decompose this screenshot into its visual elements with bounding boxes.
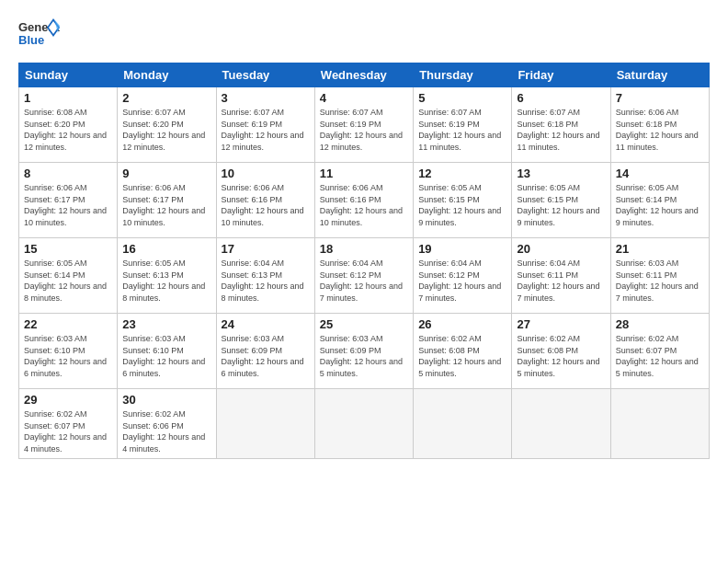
day-info: Sunrise: 6:03 AMSunset: 6:10 PMDaylight:…	[122, 334, 205, 378]
day-number: 5	[418, 91, 506, 105]
day-number: 14	[616, 167, 704, 180]
page: General Blue Sunday Monday Tuesday Wedne…	[0, 0, 728, 468]
day-number: 4	[320, 91, 408, 105]
day-info: Sunrise: 6:02 AMSunset: 6:07 PMDaylight:…	[24, 409, 107, 454]
day-number: 12	[418, 167, 506, 180]
day-info: Sunrise: 6:02 AMSunset: 6:06 PMDaylight:…	[122, 409, 205, 454]
day-number: 11	[320, 167, 408, 180]
day-info: Sunrise: 6:06 AMSunset: 6:17 PMDaylight:…	[24, 183, 107, 227]
day-number: 8	[24, 167, 112, 180]
table-row	[216, 389, 314, 459]
day-number: 10	[222, 167, 310, 180]
table-row: 29 Sunrise: 6:02 AMSunset: 6:07 PMDaylig…	[19, 389, 118, 459]
day-number: 18	[320, 242, 408, 256]
table-row: 27 Sunrise: 6:02 AMSunset: 6:08 PMDaylig…	[512, 314, 610, 389]
table-row: 11 Sunrise: 6:06 AMSunset: 6:16 PMDaylig…	[314, 163, 413, 238]
day-number: 1	[24, 91, 112, 105]
day-number: 29	[24, 393, 112, 407]
calendar-week-row: 29 Sunrise: 6:02 AMSunset: 6:07 PMDaylig…	[19, 389, 710, 459]
day-number: 7	[616, 91, 704, 105]
calendar-week-row: 8 Sunrise: 6:06 AMSunset: 6:17 PMDayligh…	[19, 163, 710, 238]
calendar-week-row: 15 Sunrise: 6:05 AMSunset: 6:14 PMDaylig…	[19, 238, 710, 314]
day-number: 30	[122, 393, 210, 407]
day-info: Sunrise: 6:07 AMSunset: 6:18 PMDaylight:…	[517, 108, 599, 152]
col-saturday: Saturday	[610, 63, 709, 87]
table-row	[610, 389, 709, 459]
day-number: 3	[222, 91, 310, 105]
day-number: 28	[616, 317, 704, 331]
table-row	[512, 389, 610, 459]
col-wednesday: Wednesday	[314, 63, 413, 87]
table-row: 12 Sunrise: 6:05 AMSunset: 6:15 PMDaylig…	[414, 163, 512, 238]
day-number: 20	[517, 242, 605, 256]
day-info: Sunrise: 6:04 AMSunset: 6:12 PMDaylight:…	[418, 259, 501, 303]
day-number: 6	[517, 91, 605, 105]
table-row: 9 Sunrise: 6:06 AMSunset: 6:17 PMDayligh…	[118, 163, 216, 238]
day-info: Sunrise: 6:05 AMSunset: 6:14 PMDaylight:…	[616, 183, 699, 227]
day-number: 2	[122, 91, 210, 105]
day-info: Sunrise: 6:04 AMSunset: 6:13 PMDaylight:…	[222, 259, 304, 303]
day-info: Sunrise: 6:02 AMSunset: 6:08 PMDaylight:…	[517, 334, 599, 378]
table-row: 3 Sunrise: 6:07 AMSunset: 6:19 PMDayligh…	[216, 87, 314, 163]
table-row: 5 Sunrise: 6:07 AMSunset: 6:19 PMDayligh…	[414, 87, 512, 163]
calendar-week-row: 1 Sunrise: 6:08 AMSunset: 6:20 PMDayligh…	[19, 87, 710, 163]
calendar-header-row: Sunday Monday Tuesday Wednesday Thursday…	[19, 63, 710, 87]
table-row: 14 Sunrise: 6:05 AMSunset: 6:14 PMDaylig…	[610, 163, 709, 238]
table-row: 28 Sunrise: 6:02 AMSunset: 6:07 PMDaylig…	[610, 314, 709, 389]
table-row	[414, 389, 512, 459]
day-number: 23	[122, 317, 210, 331]
day-number: 25	[320, 317, 408, 331]
table-row: 2 Sunrise: 6:07 AMSunset: 6:20 PMDayligh…	[118, 87, 216, 163]
day-info: Sunrise: 6:07 AMSunset: 6:20 PMDaylight:…	[122, 108, 205, 152]
day-info: Sunrise: 6:06 AMSunset: 6:18 PMDaylight:…	[616, 108, 699, 152]
day-info: Sunrise: 6:05 AMSunset: 6:15 PMDaylight:…	[418, 183, 501, 227]
table-row: 18 Sunrise: 6:04 AMSunset: 6:12 PMDaylig…	[314, 238, 413, 314]
table-row: 15 Sunrise: 6:05 AMSunset: 6:14 PMDaylig…	[19, 238, 118, 314]
day-number: 22	[24, 317, 112, 331]
table-row: 25 Sunrise: 6:03 AMSunset: 6:09 PMDaylig…	[314, 314, 413, 389]
table-row: 23 Sunrise: 6:03 AMSunset: 6:10 PMDaylig…	[118, 314, 216, 389]
day-info: Sunrise: 6:07 AMSunset: 6:19 PMDaylight:…	[418, 108, 501, 152]
day-number: 17	[222, 242, 310, 256]
table-row: 10 Sunrise: 6:06 AMSunset: 6:16 PMDaylig…	[216, 163, 314, 238]
logo: General Blue	[18, 17, 60, 52]
day-number: 9	[122, 167, 210, 180]
day-number: 13	[517, 167, 605, 180]
svg-text:Blue: Blue	[18, 33, 44, 47]
col-friday: Friday	[512, 63, 610, 87]
table-row	[314, 389, 413, 459]
day-info: Sunrise: 6:05 AMSunset: 6:14 PMDaylight:…	[24, 259, 107, 303]
day-number: 24	[222, 317, 310, 331]
day-info: Sunrise: 6:06 AMSunset: 6:16 PMDaylight:…	[222, 183, 304, 227]
day-info: Sunrise: 6:03 AMSunset: 6:09 PMDaylight:…	[222, 334, 304, 378]
day-info: Sunrise: 6:03 AMSunset: 6:10 PMDaylight:…	[24, 334, 107, 378]
day-number: 15	[24, 242, 112, 256]
table-row: 4 Sunrise: 6:07 AMSunset: 6:19 PMDayligh…	[314, 87, 413, 163]
day-info: Sunrise: 6:07 AMSunset: 6:19 PMDaylight:…	[320, 108, 403, 152]
day-info: Sunrise: 6:04 AMSunset: 6:12 PMDaylight:…	[320, 259, 403, 303]
day-number: 21	[616, 242, 704, 256]
table-row: 1 Sunrise: 6:08 AMSunset: 6:20 PMDayligh…	[19, 87, 118, 163]
day-info: Sunrise: 6:04 AMSunset: 6:11 PMDaylight:…	[517, 259, 599, 303]
day-number: 19	[418, 242, 506, 256]
day-info: Sunrise: 6:06 AMSunset: 6:17 PMDaylight:…	[122, 183, 205, 227]
day-number: 26	[418, 317, 506, 331]
table-row: 22 Sunrise: 6:03 AMSunset: 6:10 PMDaylig…	[19, 314, 118, 389]
day-info: Sunrise: 6:02 AMSunset: 6:08 PMDaylight:…	[418, 334, 501, 378]
day-info: Sunrise: 6:08 AMSunset: 6:20 PMDaylight:…	[24, 108, 107, 152]
col-thursday: Thursday	[414, 63, 512, 87]
table-row: 30 Sunrise: 6:02 AMSunset: 6:06 PMDaylig…	[118, 389, 216, 459]
day-number: 27	[517, 317, 605, 331]
table-row: 13 Sunrise: 6:05 AMSunset: 6:15 PMDaylig…	[512, 163, 610, 238]
table-row: 20 Sunrise: 6:04 AMSunset: 6:11 PMDaylig…	[512, 238, 610, 314]
calendar: Sunday Monday Tuesday Wednesday Thursday…	[18, 63, 710, 459]
day-info: Sunrise: 6:07 AMSunset: 6:19 PMDaylight:…	[222, 108, 304, 152]
table-row: 7 Sunrise: 6:06 AMSunset: 6:18 PMDayligh…	[610, 87, 709, 163]
day-info: Sunrise: 6:06 AMSunset: 6:16 PMDaylight:…	[320, 183, 403, 227]
logo-svg: General Blue	[18, 17, 60, 52]
day-info: Sunrise: 6:03 AMSunset: 6:11 PMDaylight:…	[616, 259, 699, 303]
header: General Blue	[18, 17, 710, 52]
table-row: 17 Sunrise: 6:04 AMSunset: 6:13 PMDaylig…	[216, 238, 314, 314]
calendar-week-row: 22 Sunrise: 6:03 AMSunset: 6:10 PMDaylig…	[19, 314, 710, 389]
col-monday: Monday	[118, 63, 216, 87]
